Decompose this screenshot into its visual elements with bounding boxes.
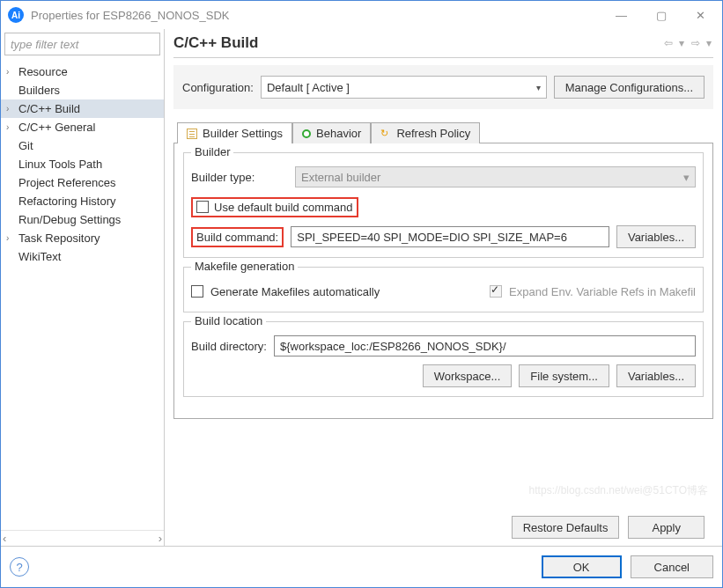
use-default-checkbox[interactable] — [196, 201, 209, 213]
file-icon — [187, 129, 197, 139]
apply-button[interactable]: Apply — [628, 516, 705, 539]
main-panel: C/C++ Build ⇦ ▾ ⇨ ▾ Configuration: Defau… — [165, 29, 722, 546]
tree-item-run-debug[interactable]: Run/Debug Settings — [1, 210, 164, 229]
app-icon: Ai — [8, 7, 24, 23]
build-command-highlight: Build command: — [191, 227, 284, 247]
makefile-legend: Makefile generation — [191, 260, 298, 273]
maximize-button[interactable]: ▢ — [641, 2, 681, 28]
refresh-icon: ↻ — [380, 129, 391, 139]
workspace-button[interactable]: Workspace... — [423, 364, 513, 387]
tree-item-resource[interactable]: ›Resource — [1, 62, 164, 81]
build-location-legend: Build location — [191, 314, 266, 327]
builder-type-select[interactable]: External builder ▾ — [295, 166, 696, 187]
expand-env-checkbox — [490, 285, 502, 298]
tree-item-refactoring[interactable]: Refactoring History — [1, 192, 164, 210]
generate-makefiles-label: Generate Makefiles automatically — [210, 285, 380, 298]
location-variables-button[interactable]: Variables... — [616, 364, 696, 387]
use-default-label: Use default build command — [214, 201, 353, 214]
sidebar-hscroll[interactable]: ‹› — [1, 530, 164, 546]
build-directory-label: Build directory: — [191, 340, 267, 353]
page-title: C/C++ Build — [173, 34, 664, 52]
tree-item-git[interactable]: Git — [1, 136, 164, 155]
tree-item-cpp-build[interactable]: ›C/C++ Build — [1, 99, 164, 118]
tree-item-builders[interactable]: Builders — [1, 81, 164, 99]
tree-item-task-repo[interactable]: ›Task Repository — [1, 229, 164, 247]
title-bar: Ai Properties for ESP8266_NONOS_SDK — ▢ … — [1, 1, 722, 29]
window-title: Properties for ESP8266_NONOS_SDK — [31, 9, 601, 22]
ok-button[interactable]: OK — [542, 555, 622, 578]
tab-behavior[interactable]: Behavior — [292, 122, 371, 143]
manage-configurations-button[interactable]: Manage Configurations... — [554, 76, 705, 99]
builder-group: Builder Builder type: External builder ▾… — [183, 152, 704, 258]
configuration-row: Configuration: Default [ Active ] ▾ Mana… — [173, 65, 713, 109]
builder-type-label: Builder type: — [191, 171, 288, 184]
minimize-button[interactable]: — — [601, 2, 641, 28]
builder-legend: Builder — [191, 145, 233, 158]
build-location-group: Build location Build directory: ${worksp… — [183, 321, 704, 397]
tree-item-cpp-general[interactable]: ›C/C++ General — [1, 118, 164, 136]
expand-env-label: Expand Env. Variable Refs in Makefil — [509, 285, 696, 298]
help-icon[interactable]: ? — [10, 557, 29, 577]
builder-variables-button[interactable]: Variables... — [616, 225, 696, 248]
cancel-button[interactable]: Cancel — [631, 555, 713, 578]
tree-item-project-refs[interactable]: Project References — [1, 173, 164, 192]
radio-icon — [302, 129, 311, 138]
build-directory-input[interactable]: ${workspace_loc:/ESP8266_NONOS_SDK}/ — [274, 335, 696, 356]
build-command-label: Build command: — [196, 231, 278, 244]
tab-bar: Builder Settings Behavior ↻ Refresh Poli… — [173, 121, 713, 143]
close-button[interactable]: ✕ — [681, 2, 720, 28]
makefile-group: Makefile generation Generate Makefiles a… — [183, 267, 704, 312]
sidebar: type filter text ›Resource Builders ›C/C… — [1, 29, 165, 546]
dialog-footer: ? OK Cancel — [1, 546, 722, 587]
tab-refresh-policy[interactable]: ↻ Refresh Policy — [371, 122, 480, 143]
header-nav-icons[interactable]: ⇦ ▾ ⇨ ▾ — [664, 37, 713, 49]
tree-item-linux-tools[interactable]: Linux Tools Path — [1, 155, 164, 173]
restore-defaults-button[interactable]: Restore Defaults — [512, 516, 620, 539]
filesystem-button[interactable]: File system... — [519, 364, 609, 387]
category-tree: ›Resource Builders ›C/C++ Build ›C/C++ G… — [1, 59, 164, 530]
chevron-down-icon: ▾ — [536, 83, 541, 92]
generate-makefiles-checkbox[interactable] — [191, 285, 203, 298]
configuration-label: Configuration: — [182, 81, 254, 94]
configuration-select[interactable]: Default [ Active ] ▾ — [261, 76, 547, 99]
use-default-highlight: Use default build command — [191, 197, 358, 217]
filter-input[interactable]: type filter text — [4, 33, 160, 55]
tab-builder-settings[interactable]: Builder Settings — [177, 122, 292, 143]
chevron-down-icon: ▾ — [683, 171, 690, 184]
build-command-input[interactable]: SPI_SPEED=40 SPI_MODE=DIO SPI_SIZE_MAP=6 — [291, 226, 609, 247]
tab-content: Builder Builder type: External builder ▾… — [173, 143, 713, 419]
panel-footer: Restore Defaults Apply — [173, 509, 713, 546]
tree-item-wikitext[interactable]: WikiText — [1, 247, 164, 266]
